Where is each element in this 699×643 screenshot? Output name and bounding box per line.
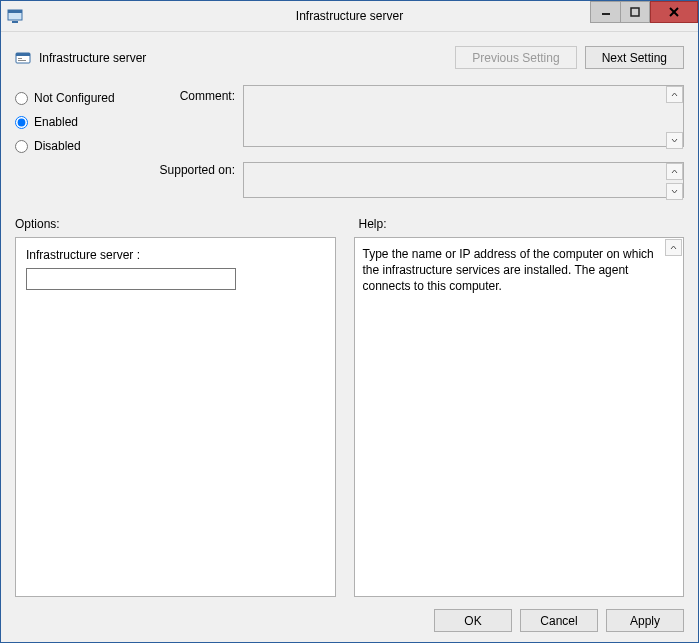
scroll-up-icon[interactable] — [666, 86, 683, 103]
close-button[interactable] — [650, 1, 698, 23]
svg-rect-10 — [18, 60, 26, 61]
radio-enabled-label: Enabled — [34, 115, 78, 129]
comment-wrap — [243, 85, 684, 150]
help-label: Help: — [359, 217, 685, 231]
apply-button[interactable]: Apply — [606, 609, 684, 632]
radio-disabled[interactable]: Disabled — [15, 139, 155, 153]
svg-rect-4 — [631, 8, 639, 16]
comment-textarea[interactable] — [243, 85, 684, 147]
scroll-up-icon[interactable] — [666, 163, 683, 180]
scroll-up-icon[interactable] — [665, 239, 682, 256]
window-controls — [590, 1, 698, 31]
minimize-button[interactable] — [590, 1, 620, 23]
next-setting-button[interactable]: Next Setting — [585, 46, 684, 69]
help-panel: Type the name or IP address of the compu… — [354, 237, 685, 597]
footer-buttons: OK Cancel Apply — [15, 597, 684, 632]
options-label: Options: — [15, 217, 341, 231]
supported-on-textarea — [243, 162, 684, 198]
infrastructure-server-input[interactable] — [26, 268, 236, 290]
ok-button[interactable]: OK — [434, 609, 512, 632]
dialog-body: Infrastructure server Previous Setting N… — [1, 32, 698, 642]
svg-rect-1 — [8, 10, 22, 13]
cancel-button[interactable]: Cancel — [520, 609, 598, 632]
header-row: Infrastructure server Previous Setting N… — [15, 46, 684, 69]
radio-not-configured[interactable]: Not Configured — [15, 91, 155, 105]
section-labels: Options: Help: — [15, 217, 684, 231]
radio-enabled[interactable]: Enabled — [15, 115, 155, 129]
svg-rect-2 — [12, 21, 18, 23]
field-inputs — [243, 85, 684, 201]
scroll-down-icon[interactable] — [666, 183, 683, 200]
help-text: Type the name or IP address of the compu… — [363, 246, 662, 294]
supported-on-label: Supported on: — [155, 147, 235, 177]
previous-setting-button[interactable]: Previous Setting — [455, 46, 576, 69]
maximize-button[interactable] — [620, 1, 650, 23]
state-radios: Not Configured Enabled Disabled — [15, 85, 155, 163]
comment-scroll — [666, 86, 683, 149]
title-bar: Infrastructure server — [1, 1, 698, 32]
radio-not-configured-label: Not Configured — [34, 91, 115, 105]
radio-disabled-input[interactable] — [15, 140, 28, 153]
supported-wrap — [243, 150, 684, 201]
config-row: Not Configured Enabled Disabled Comment:… — [15, 85, 684, 201]
svg-rect-9 — [18, 58, 22, 59]
comment-label: Comment: — [155, 87, 235, 147]
policy-icon — [15, 50, 31, 66]
radio-disabled-label: Disabled — [34, 139, 81, 153]
setting-name: Infrastructure server — [39, 51, 146, 65]
help-scroll — [665, 239, 682, 256]
option-field-label: Infrastructure server : — [26, 248, 325, 262]
options-panel: Infrastructure server : — [15, 237, 336, 597]
gpo-dialog: Infrastructure server — [0, 0, 699, 643]
radio-not-configured-input[interactable] — [15, 92, 28, 105]
app-icon — [7, 8, 23, 24]
supported-scroll — [666, 163, 683, 200]
scroll-down-icon[interactable] — [666, 132, 683, 149]
svg-rect-8 — [16, 53, 30, 56]
radio-enabled-input[interactable] — [15, 116, 28, 129]
field-labels: Comment: Supported on: — [155, 85, 243, 177]
panels: Infrastructure server : Type the name or… — [15, 237, 684, 597]
